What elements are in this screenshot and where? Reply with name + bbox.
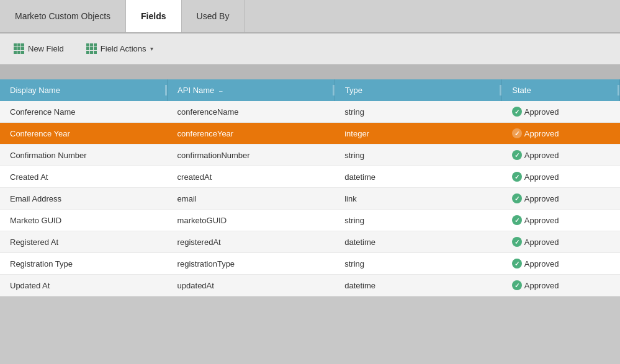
cell-api-name: marketoGUID: [168, 210, 335, 231]
col-header-state[interactable]: State: [502, 79, 620, 101]
approved-check-icon: ✓: [512, 259, 522, 269]
state-label: Approved: [524, 194, 559, 203]
cell-display-name: Registration Type: [0, 253, 168, 275]
tab-marketo-custom-objects[interactable]: Marketo Custom Objects: [0, 0, 126, 32]
tab-used-by[interactable]: Used By: [182, 0, 245, 32]
field-actions-button[interactable]: Field Actions ▾: [83, 41, 157, 56]
cell-type: string: [335, 101, 502, 123]
cell-type: link: [335, 188, 502, 210]
table-row[interactable]: Confirmation NumberconfirmationNumberstr…: [0, 144, 620, 166]
table-header-row: Display Name API Name – Type State: [0, 79, 620, 101]
cell-display-name: Conference Name: [0, 101, 168, 123]
cell-display-name: Conference Year: [0, 123, 168, 144]
state-label: Approved: [524, 259, 559, 269]
cell-type: datetime: [335, 231, 502, 253]
cell-display-name: Created At: [0, 166, 168, 188]
col-header-type[interactable]: Type: [335, 79, 502, 101]
cell-api-name: confirmationNumber: [168, 144, 335, 166]
table-row[interactable]: Conference YearconferenceYearinteger✓App…: [0, 123, 620, 144]
approved-check-icon: ✓: [512, 128, 522, 138]
cell-api-name: conferenceYear: [168, 123, 335, 144]
cell-api-name: updatedAt: [168, 275, 335, 296]
cell-type: string: [335, 144, 502, 166]
cell-display-name: Registered At: [0, 231, 168, 253]
col-header-display-name[interactable]: Display Name: [0, 79, 168, 101]
cell-api-name: registeredAt: [168, 231, 335, 253]
cell-state: ✓Approved: [502, 275, 620, 296]
state-label: Approved: [524, 237, 559, 247]
field-actions-dropdown-arrow: ▾: [150, 45, 153, 52]
cell-state: ✓Approved: [502, 210, 620, 231]
table-row[interactable]: Updated AtupdatedAtdatetime✓Approved: [0, 275, 620, 296]
cell-state: ✓Approved: [502, 123, 620, 144]
table-row[interactable]: Conference NameconferenceNamestring✓Appr…: [0, 101, 620, 123]
approved-check-icon: ✓: [512, 237, 522, 247]
cell-state: ✓Approved: [502, 144, 620, 166]
state-label: Approved: [524, 151, 559, 160]
cell-state: ✓Approved: [502, 101, 620, 123]
col-header-api-name[interactable]: API Name –: [168, 79, 335, 101]
approved-check-icon: ✓: [512, 150, 522, 160]
state-label: Approved: [524, 129, 559, 138]
approved-check-icon: ✓: [512, 172, 522, 182]
table-row[interactable]: Marketo GUIDmarketoGUIDstring✓Approved: [0, 210, 620, 231]
approved-check-icon: ✓: [512, 215, 522, 225]
table-body: Conference NameconferenceNamestring✓Appr…: [0, 101, 620, 296]
cell-display-name: Marketo GUID: [0, 210, 168, 231]
field-actions-icon: [86, 43, 97, 54]
col-resize-state[interactable]: [618, 85, 619, 96]
table-row[interactable]: Registered AtregisteredAtdatetime✓Approv…: [0, 231, 620, 253]
cell-state: ✓Approved: [502, 166, 620, 188]
state-label: Approved: [524, 172, 559, 182]
approved-check-icon: ✓: [512, 280, 522, 290]
cell-type: integer: [335, 123, 502, 144]
field-actions-label: Field Actions: [101, 44, 146, 53]
tab-fields[interactable]: Fields: [126, 0, 181, 32]
cell-display-name: Confirmation Number: [0, 144, 168, 166]
state-label: Approved: [524, 216, 559, 225]
cell-api-name: createdAt: [168, 166, 335, 188]
cell-type: datetime: [335, 275, 502, 296]
toolbar: New Field Field Actions ▾: [0, 33, 620, 64]
new-field-button[interactable]: New Field: [10, 41, 68, 56]
state-label: Approved: [524, 281, 559, 290]
cell-api-name: registrationType: [168, 253, 335, 275]
cell-type: string: [335, 253, 502, 275]
table-row[interactable]: Email Addressemaillink✓Approved: [0, 188, 620, 210]
approved-check-icon: ✓: [512, 193, 522, 203]
state-label: Approved: [524, 107, 559, 117]
cell-type: string: [335, 210, 502, 231]
cell-api-name: conferenceName: [168, 101, 335, 123]
table-row[interactable]: Created AtcreatedAtdatetime✓Approved: [0, 166, 620, 188]
tab-bar: Marketo Custom Objects Fields Used By: [0, 0, 620, 33]
cell-state: ✓Approved: [502, 188, 620, 210]
cell-api-name: email: [168, 188, 335, 210]
approved-check-icon: ✓: [512, 107, 522, 117]
new-field-label: New Field: [28, 44, 64, 53]
cell-display-name: Email Address: [0, 188, 168, 210]
gray-divider: [0, 64, 620, 79]
fields-table-container: Display Name API Name – Type State: [0, 79, 620, 296]
fields-table: Display Name API Name – Type State: [0, 79, 620, 296]
cell-state: ✓Approved: [502, 253, 620, 275]
table-row[interactable]: Registration TyperegistrationTypestring✓…: [0, 253, 620, 275]
new-field-icon: [14, 43, 24, 54]
cell-state: ✓Approved: [502, 231, 620, 253]
sort-icon-api-name: –: [219, 87, 223, 94]
cell-display-name: Updated At: [0, 275, 168, 296]
cell-type: datetime: [335, 166, 502, 188]
